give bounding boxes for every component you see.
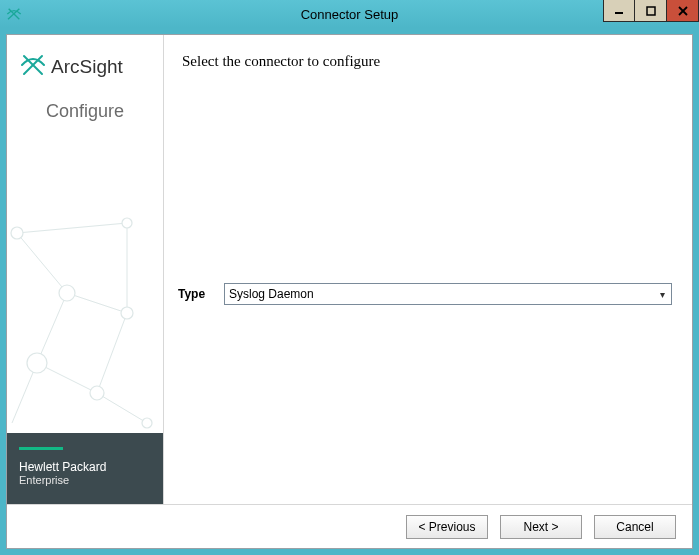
svg-point-19	[59, 285, 75, 301]
svg-point-20	[121, 307, 133, 319]
brand-text: ArcSight	[51, 56, 123, 78]
minimize-button[interactable]	[603, 0, 635, 22]
svg-point-21	[27, 353, 47, 373]
svg-point-18	[122, 218, 132, 228]
maximize-button[interactable]	[635, 0, 667, 22]
type-select-wrap: ▾	[224, 283, 672, 305]
client-area: ArcSight Configure	[0, 28, 699, 555]
window-root: Connector Setup	[0, 0, 699, 555]
vendor-footer: Hewlett Packard Enterprise	[7, 433, 163, 504]
svg-line-8	[17, 233, 67, 293]
svg-line-13	[17, 223, 127, 233]
window-title: Connector Setup	[0, 7, 699, 22]
svg-rect-3	[647, 7, 655, 15]
svg-point-22	[90, 386, 104, 400]
svg-point-17	[11, 227, 23, 239]
main-panel: Select the connector to configure Type ▾	[163, 35, 692, 504]
svg-line-12	[97, 313, 127, 393]
cancel-button[interactable]: Cancel	[594, 515, 676, 539]
sidebar-subtitle: Configure	[7, 101, 163, 122]
svg-line-16	[97, 393, 147, 423]
app-icon	[6, 6, 22, 22]
hpe-bar-icon	[19, 447, 63, 450]
titlebar: Connector Setup	[0, 0, 699, 28]
brand: ArcSight	[7, 35, 163, 87]
svg-point-23	[142, 418, 152, 428]
content-frame: ArcSight Configure	[6, 34, 693, 549]
button-bar: < Previous Next > Cancel	[7, 504, 692, 548]
window-buttons	[603, 0, 699, 22]
vendor-line2: Enterprise	[19, 474, 151, 486]
instruction-text: Select the connector to configure	[182, 53, 672, 70]
close-button[interactable]	[667, 0, 699, 22]
svg-line-10	[67, 293, 127, 313]
next-button[interactable]: Next >	[500, 515, 582, 539]
main-row: ArcSight Configure	[7, 35, 692, 504]
vendor-line1: Hewlett Packard	[19, 460, 151, 474]
svg-line-9	[37, 293, 67, 363]
sidebar: ArcSight Configure	[7, 35, 163, 504]
type-select[interactable]	[224, 283, 672, 305]
type-label: Type	[174, 287, 214, 301]
decorative-network-icon	[7, 122, 163, 433]
arcsight-logo-icon	[21, 53, 45, 81]
type-row: Type ▾	[174, 283, 672, 305]
previous-button[interactable]: < Previous	[406, 515, 488, 539]
